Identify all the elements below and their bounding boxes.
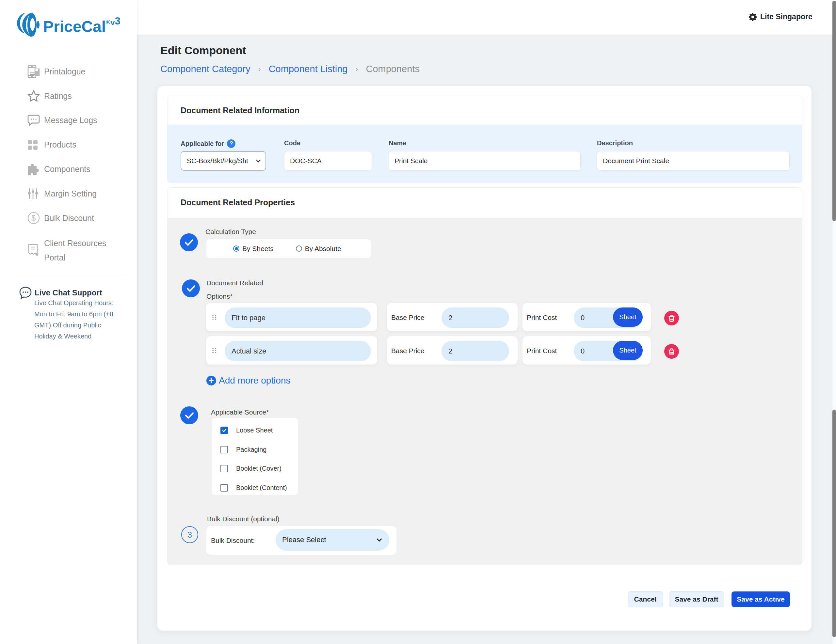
svg-text:$: $ — [32, 214, 36, 222]
